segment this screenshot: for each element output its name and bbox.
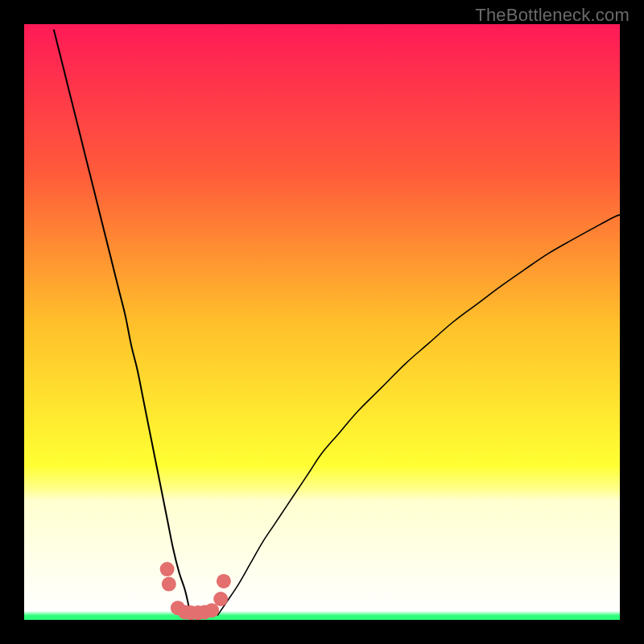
gradient-background (24, 24, 620, 620)
data-point (204, 603, 219, 617)
data-point (160, 562, 175, 576)
data-point (213, 592, 228, 606)
data-point (217, 574, 231, 588)
chart-frame: TheBottleneck.com (0, 0, 644, 644)
data-point (162, 577, 176, 592)
plot-area (24, 24, 620, 620)
chart-svg (24, 24, 620, 620)
watermark-text: TheBottleneck.com (475, 5, 630, 26)
